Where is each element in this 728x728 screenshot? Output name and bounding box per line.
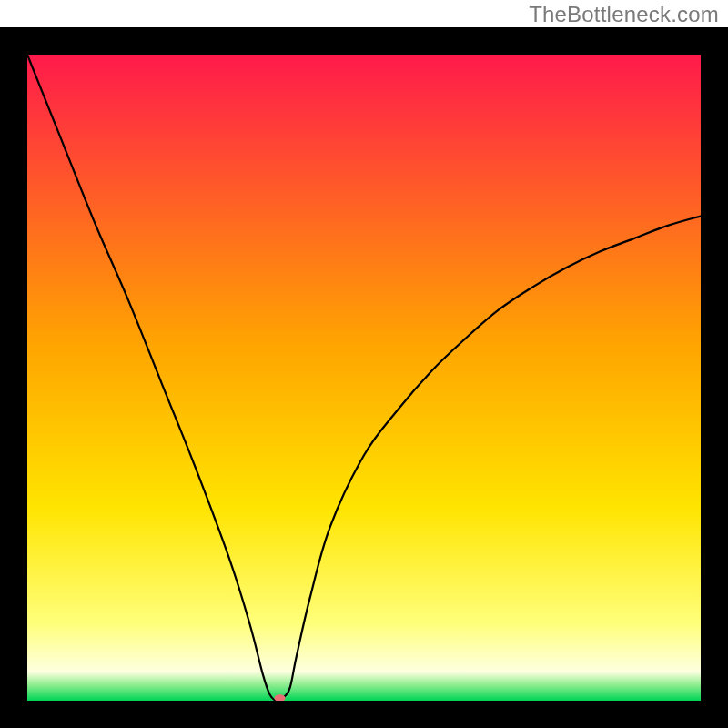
bottleneck-chart xyxy=(0,0,728,728)
chart-stage: TheBottleneck.com xyxy=(0,0,728,728)
annotations-group xyxy=(275,694,286,702)
gradient-background xyxy=(27,55,701,701)
vertex-marker xyxy=(275,694,286,702)
